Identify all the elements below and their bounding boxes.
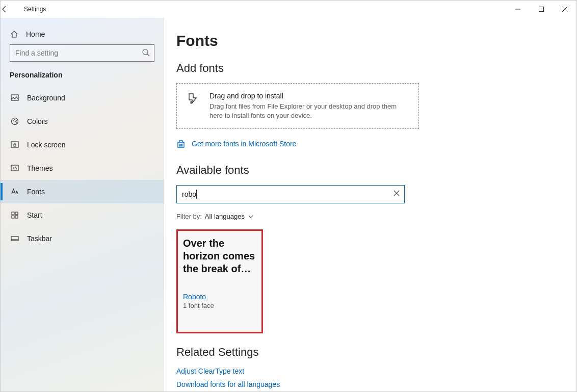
svg-rect-22 bbox=[179, 145, 181, 147]
svg-point-4 bbox=[143, 49, 148, 55]
sidebar-category: Personalization bbox=[1, 71, 164, 86]
sidebar-item-label: Background bbox=[27, 94, 65, 102]
back-button[interactable] bbox=[1, 5, 24, 13]
svg-rect-16 bbox=[12, 216, 14, 218]
start-icon bbox=[10, 211, 20, 220]
sidebar-item-themes[interactable]: Themes bbox=[1, 156, 164, 180]
background-icon bbox=[10, 93, 20, 102]
svg-rect-23 bbox=[181, 145, 183, 147]
font-card-roboto[interactable]: Over the horizon comes the break of… Rob… bbox=[176, 229, 263, 333]
taskbar-icon bbox=[10, 234, 20, 243]
sidebar-home-label: Home bbox=[26, 30, 45, 38]
maximize-button[interactable] bbox=[530, 1, 553, 18]
sidebar-home[interactable]: Home bbox=[1, 25, 164, 44]
store-link[interactable]: Get more fonts in Microsoft Store bbox=[176, 139, 556, 148]
store-icon bbox=[176, 139, 186, 148]
titlebar: Settings bbox=[1, 1, 576, 18]
svg-point-10 bbox=[16, 120, 17, 121]
search-icon bbox=[142, 48, 150, 57]
link-adjust-cleartype[interactable]: Adjust ClearType text bbox=[176, 367, 556, 375]
sidebar-item-lock-screen[interactable]: Lock screen bbox=[1, 133, 164, 156]
svg-rect-1 bbox=[539, 7, 544, 12]
sidebar-item-label: Start bbox=[27, 211, 42, 219]
sidebar-item-label: Fonts bbox=[27, 188, 45, 196]
home-icon bbox=[10, 30, 19, 38]
font-name: Roboto bbox=[183, 293, 256, 301]
lockscreen-icon bbox=[10, 140, 20, 149]
sidebar-item-label: Taskbar bbox=[27, 234, 52, 243]
svg-rect-17 bbox=[15, 216, 18, 218]
main-content: Fonts Add fonts Drag and drop to install… bbox=[164, 18, 576, 391]
filter-label: Filter by: bbox=[176, 213, 202, 220]
themes-icon bbox=[10, 164, 20, 173]
svg-point-9 bbox=[14, 119, 15, 120]
clear-search-button[interactable] bbox=[393, 190, 400, 197]
svg-rect-21 bbox=[181, 144, 183, 145]
sidebar-item-colors[interactable]: Colors bbox=[1, 110, 164, 133]
sidebar-item-taskbar[interactable]: Taskbar bbox=[1, 227, 164, 250]
svg-rect-13 bbox=[11, 165, 18, 171]
fonts-icon bbox=[10, 187, 20, 196]
svg-rect-15 bbox=[15, 212, 18, 215]
font-face-count: 1 font face bbox=[183, 302, 256, 309]
svg-rect-14 bbox=[12, 212, 14, 215]
sidebar-item-start[interactable]: Start bbox=[1, 203, 164, 227]
add-fonts-heading: Add fonts bbox=[176, 62, 556, 75]
settings-search[interactable] bbox=[10, 44, 154, 62]
svg-rect-18 bbox=[11, 237, 18, 241]
chevron-down-icon bbox=[248, 214, 254, 220]
available-fonts-heading: Available fonts bbox=[176, 164, 556, 177]
svg-line-5 bbox=[147, 54, 149, 56]
sidebar-nav: BackgroundColorsLock screenThemesFontsSt… bbox=[1, 86, 164, 250]
dropzone-title: Drag and drop to install bbox=[209, 92, 409, 100]
sidebar: Home Personalization BackgroundColorsLoc… bbox=[1, 18, 164, 391]
store-link-label: Get more fonts in Microsoft Store bbox=[192, 140, 296, 148]
font-search[interactable]: robo bbox=[176, 185, 405, 203]
filter-row[interactable]: Filter by: All languages bbox=[176, 213, 556, 220]
window-title: Settings bbox=[24, 6, 46, 13]
related-settings-heading: Related Settings bbox=[176, 346, 556, 359]
svg-rect-12 bbox=[14, 144, 16, 146]
sidebar-item-label: Themes bbox=[27, 164, 53, 172]
font-dropzone[interactable]: Drag and drop to install Drag font files… bbox=[176, 83, 419, 129]
svg-rect-20 bbox=[179, 144, 181, 145]
close-button[interactable] bbox=[553, 1, 576, 18]
page-title: Fonts bbox=[176, 32, 556, 49]
font-preview-text: Over the horizon comes the break of… bbox=[183, 237, 256, 275]
svg-point-8 bbox=[13, 120, 14, 121]
link-download-fonts-all-languages[interactable]: Download fonts for all languages bbox=[176, 380, 556, 388]
dropzone-description: Drag font files from File Explorer or yo… bbox=[209, 102, 409, 120]
sidebar-item-label: Colors bbox=[27, 117, 47, 125]
settings-window: Settings Home bbox=[0, 0, 577, 392]
sidebar-item-label: Lock screen bbox=[27, 141, 65, 149]
colors-icon bbox=[10, 117, 20, 126]
related-settings: Related Settings Adjust ClearType text D… bbox=[176, 346, 556, 388]
sidebar-item-fonts[interactable]: Fonts bbox=[1, 180, 164, 203]
filter-value: All languages bbox=[205, 213, 245, 220]
settings-search-input[interactable] bbox=[15, 49, 137, 57]
minimize-button[interactable] bbox=[506, 1, 530, 18]
sidebar-item-background[interactable]: Background bbox=[1, 86, 164, 110]
drag-drop-icon bbox=[186, 92, 201, 107]
